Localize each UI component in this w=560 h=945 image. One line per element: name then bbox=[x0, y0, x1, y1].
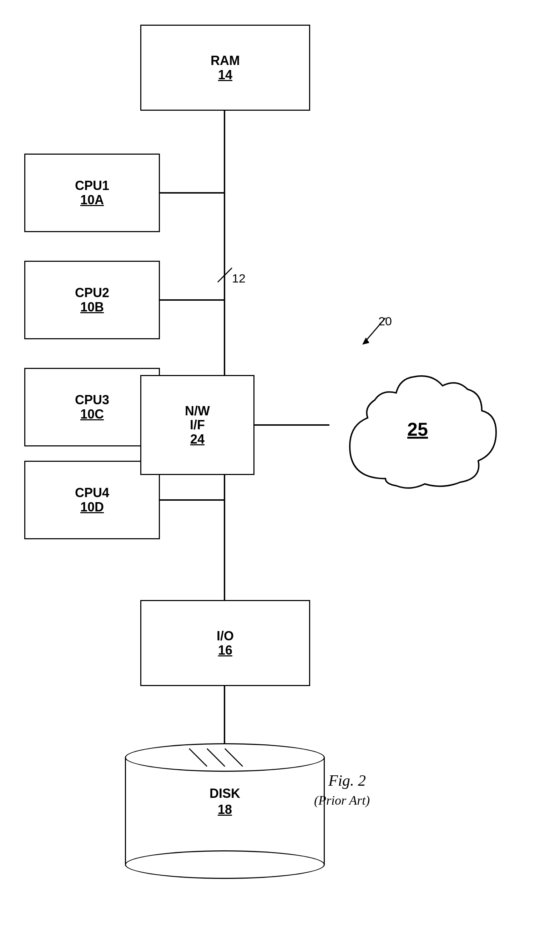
cpu4-label: CPU4 bbox=[75, 486, 109, 500]
cpu3-label: CPU3 bbox=[75, 393, 109, 407]
svg-text:25: 25 bbox=[407, 419, 428, 439]
cpu1-box: CPU1 10A bbox=[24, 154, 160, 232]
disk-shape: DISK 18 bbox=[125, 743, 325, 879]
cpu2-box: CPU2 10B bbox=[24, 261, 160, 339]
svg-line-0 bbox=[189, 749, 207, 766]
nwif-box: N/W I/F 24 bbox=[140, 375, 254, 475]
nwif-label2: I/F bbox=[190, 418, 205, 432]
ram-box: RAM 14 bbox=[140, 25, 310, 111]
disk-label: DISK bbox=[125, 786, 325, 801]
cpu4-box: CPU4 10D bbox=[24, 461, 160, 539]
disk-ref: 18 bbox=[125, 802, 325, 817]
svg-line-4 bbox=[218, 268, 232, 282]
nwif-ref: 24 bbox=[190, 432, 205, 446]
cpu2-label: CPU2 bbox=[75, 286, 109, 300]
diagram: RAM 14 CPU1 10A CPU2 10B CPU3 10C CPU4 1… bbox=[0, 0, 560, 945]
ram-label: RAM bbox=[211, 54, 240, 68]
figure-label: Fig. 2 bbox=[328, 771, 366, 790]
io-box: I/O 16 bbox=[140, 600, 310, 686]
cpu1-ref: 10A bbox=[80, 193, 104, 207]
nwif-label1: N/W bbox=[185, 404, 210, 418]
nwif-right-connector bbox=[254, 424, 329, 426]
cpu4-ref: 10D bbox=[80, 500, 104, 514]
cpu3-box: CPU3 10C bbox=[24, 368, 160, 446]
cpu2-ref: 10B bbox=[80, 300, 104, 314]
cpu3-ref: 10C bbox=[80, 407, 104, 421]
cpu1-connector bbox=[160, 192, 225, 194]
network-ref-label: 20 bbox=[378, 314, 392, 328]
bus-ref-arrow bbox=[211, 264, 239, 286]
io-label: I/O bbox=[217, 629, 234, 643]
cpu1-label: CPU1 bbox=[75, 179, 109, 193]
cpu4-connector bbox=[160, 499, 225, 501]
figure-sublabel: (Prior Art) bbox=[314, 793, 370, 808]
ram-ref: 14 bbox=[218, 68, 232, 82]
svg-line-2 bbox=[225, 749, 243, 766]
network-cloud: 25 bbox=[328, 350, 507, 500]
cpu2-connector bbox=[160, 299, 225, 301]
svg-line-1 bbox=[207, 749, 225, 766]
io-disk-line bbox=[224, 686, 225, 743]
io-ref: 16 bbox=[218, 643, 232, 658]
